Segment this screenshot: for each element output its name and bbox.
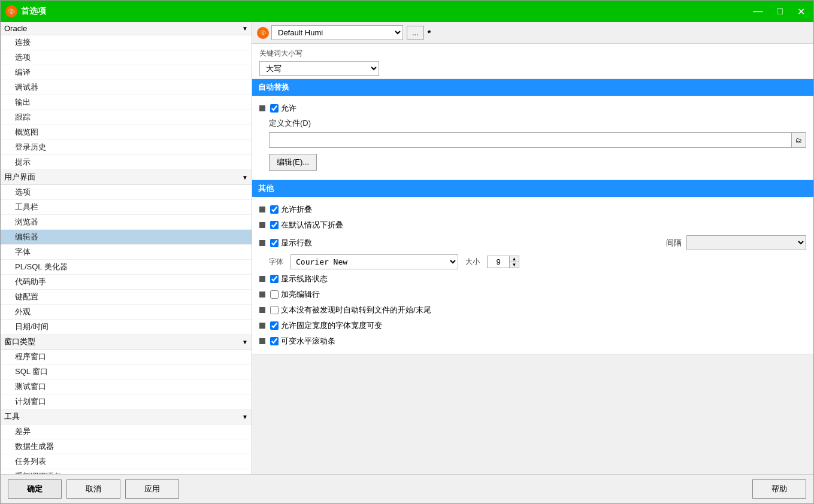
minimize-button[interactable]: — (749, 5, 766, 19)
variable-scrollbar-text: 可变水平滚动条 (281, 336, 335, 347)
profile-dropdown[interactable]: Default Humi (271, 25, 403, 40)
confirm-button[interactable]: 确定 (8, 479, 62, 499)
highlight-edit-label[interactable]: 加亮编辑行 (270, 289, 320, 300)
scrollbar-indicator (259, 338, 265, 344)
bottom-bar: 确定 取消 应用 帮助 (1, 474, 813, 503)
tree-item-appearance[interactable]: 外观 (1, 305, 252, 320)
right-panel: 🎨 Default Humi ... * 关键词大小写 大写 小写 不变 (252, 22, 813, 474)
auto-wrap-label[interactable]: 文本没有被发现时自动转到文件的开始/末尾 (270, 305, 431, 315)
highlight-edit-text: 加亮编辑行 (281, 289, 320, 300)
asterisk-label: * (428, 28, 431, 38)
show-line-status-label[interactable]: 显示线路状态 (270, 274, 328, 284)
tree-item-plan-window[interactable]: 计划窗口 (1, 394, 252, 409)
tree-item-sql-window[interactable]: SQL 窗口 (1, 365, 252, 379)
tree-item-debugger[interactable]: 调试器 (1, 80, 252, 95)
allow-variable-width-text: 允许固定宽度的字体宽度可变 (281, 320, 382, 331)
tree-item-prog-window[interactable]: 程序窗口 (1, 350, 252, 365)
section-window-type[interactable]: 窗口类型 ▼ (1, 335, 252, 350)
tree-item-datetime[interactable]: 日期/时间 (1, 320, 252, 335)
section-ui-label: 用户界面 (4, 172, 35, 183)
show-line-status-checkbox[interactable] (270, 275, 279, 283)
variable-scrollbar-row: 可变水平滚动条 (259, 333, 806, 349)
tree-item-compile[interactable]: 编译 (1, 65, 252, 80)
section-ui[interactable]: 用户界面 ▼ (1, 170, 252, 185)
tree-item-key-config[interactable]: 键配置 (1, 290, 252, 305)
profile-select-wrap: 🎨 Default Humi (257, 25, 403, 40)
app-icon: 🎨 (5, 5, 17, 17)
maximize-button[interactable]: □ (773, 5, 786, 19)
keyword-case-section: 关键词大小写 大写 小写 不变 (252, 44, 813, 79)
edit-button[interactable]: 编辑(E)... (269, 154, 317, 171)
show-lines-label[interactable]: 显示行数 (270, 238, 312, 248)
cancel-button[interactable]: 取消 (66, 479, 120, 499)
tree-item-login-history[interactable]: 登录历史 (1, 140, 252, 155)
tree-item-browser[interactable]: 浏览器 (1, 215, 252, 230)
tree-item-plsql-beautifier[interactable]: PL/SQL 美化器 (1, 260, 252, 275)
highlight-edit-checkbox[interactable] (270, 290, 279, 299)
font-select[interactable]: Courier New (291, 254, 458, 269)
show-lines-row: 显示行数 间隔 (259, 233, 806, 253)
size-down-button[interactable]: ▼ (510, 262, 519, 268)
titlebar-left: 🎨 首选项 (5, 5, 46, 17)
variable-scrollbar-checkbox[interactable] (270, 337, 279, 345)
allow-checkbox-label[interactable]: 允许 (270, 103, 296, 114)
allow-fold-label[interactable]: 允许折叠 (270, 204, 312, 215)
fold-default-label[interactable]: 在默认情况下折叠 (270, 220, 343, 230)
section-window-type-label: 窗口类型 (4, 336, 35, 347)
tree-item-data-generator[interactable]: 数据生成器 (1, 439, 252, 454)
allow-fold-checkbox[interactable] (270, 205, 279, 214)
tree-item-code-assistant[interactable]: 代码助手 (1, 275, 252, 290)
interval-select[interactable] (686, 235, 806, 250)
tree-item-connect[interactable]: 连接 (1, 35, 252, 50)
allow-checkbox[interactable] (270, 104, 279, 113)
tree-item-recall-stmt[interactable]: 重新调用语句 (1, 469, 252, 474)
apply-button[interactable]: 应用 (125, 479, 179, 499)
def-file-input[interactable] (270, 134, 791, 147)
tree-item-task-list[interactable]: 任务列表 (1, 454, 252, 469)
size-input[interactable] (488, 256, 509, 268)
fold-default-text: 在默认情况下折叠 (281, 220, 343, 230)
size-input-wrap: ▲ ▼ (487, 256, 519, 268)
tree-item-options[interactable]: 选项 (1, 50, 252, 65)
tree-item-font[interactable]: 字体 (1, 245, 252, 260)
size-label: 大小 (465, 257, 480, 267)
show-lines-checkbox[interactable] (270, 239, 279, 247)
tree-item-test-window[interactable]: 测试窗口 (1, 379, 252, 394)
tree-scroll[interactable]: Oracle ▼ 连接 选项 编译 调试器 输出 跟踪 概览图 登录历史 提示 … (1, 22, 252, 474)
variable-scrollbar-label[interactable]: 可变水平滚动条 (270, 336, 335, 347)
allow-variable-width-label[interactable]: 允许固定宽度的字体宽度可变 (270, 320, 382, 331)
close-button[interactable]: ✕ (794, 5, 809, 19)
tree-item-ui-options[interactable]: 选项 (1, 185, 252, 200)
allow-fold-text: 允许折叠 (281, 204, 312, 215)
size-arrows: ▲ ▼ (509, 256, 519, 268)
other-section: 其他 允许折叠 (252, 180, 813, 354)
more-button[interactable]: ... (407, 26, 424, 40)
fold-default-checkbox[interactable] (270, 221, 279, 229)
tree-item-editor[interactable]: 编辑器 (1, 230, 252, 245)
tree-item-trace[interactable]: 跟踪 (1, 110, 252, 125)
section-oracle[interactable]: Oracle ▼ (1, 22, 252, 35)
variable-width-indicator (259, 323, 265, 329)
titlebar: 🎨 首选项 — □ ✕ (1, 1, 813, 22)
keyword-case-select[interactable]: 大写 小写 不变 (259, 61, 379, 76)
def-file-input-row: 🗂 (259, 130, 806, 150)
right-toolbar: 🎨 Default Humi ... * (252, 22, 813, 44)
right-content-scroll[interactable]: 关键词大小写 大写 小写 不变 自动替换 (252, 44, 813, 474)
allow-variable-width-checkbox[interactable] (270, 321, 279, 330)
auto-wrap-row: 文本没有被发现时自动转到文件的开始/末尾 (259, 302, 806, 318)
fold-default-row: 在默认情况下折叠 (259, 217, 806, 233)
allow-row: 允许 (259, 101, 806, 116)
allow-indicator (259, 105, 265, 111)
tree-item-diff[interactable]: 差异 (1, 424, 252, 439)
font-label: 字体 (269, 257, 283, 267)
browse-button[interactable]: 🗂 (791, 133, 806, 147)
tree-item-toolbar[interactable]: 工具栏 (1, 200, 252, 215)
tree-item-overview[interactable]: 概览图 (1, 125, 252, 140)
auto-wrap-checkbox[interactable] (270, 306, 279, 314)
other-header: 其他 (252, 180, 813, 197)
tree-item-hints[interactable]: 提示 (1, 155, 252, 170)
section-tools[interactable]: 工具 ▼ (1, 409, 252, 424)
size-up-button[interactable]: ▲ (510, 256, 519, 262)
help-button[interactable]: 帮助 (752, 479, 806, 499)
tree-item-output[interactable]: 输出 (1, 95, 252, 110)
